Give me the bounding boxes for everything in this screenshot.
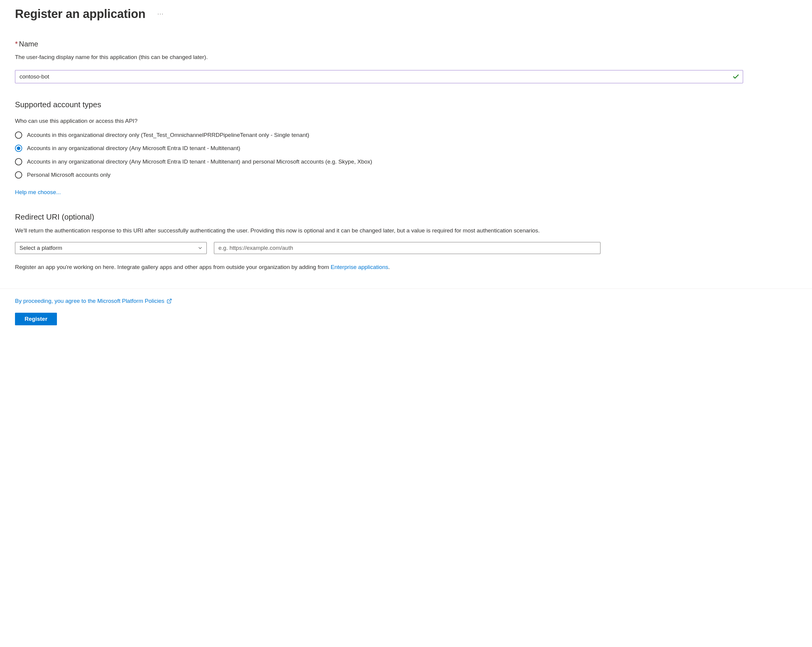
radio-option-multitenant-personal[interactable]: Accounts in any organizational directory… (15, 157, 797, 166)
required-asterisk: * (15, 40, 18, 48)
radio-option-personal-only[interactable]: Personal Microsoft accounts only (15, 171, 797, 179)
radio-option-multitenant[interactable]: Accounts in any organizational directory… (15, 144, 797, 153)
help-me-choose-link[interactable]: Help me choose... (15, 189, 61, 195)
enterprise-applications-link[interactable]: Enterprise applications (331, 264, 388, 270)
policies-link-text: By proceeding, you agree to the Microsof… (15, 298, 164, 304)
radio-indicator (15, 171, 22, 179)
radio-label: Personal Microsoft accounts only (27, 171, 111, 179)
external-link-icon (166, 298, 172, 304)
page-title: Register an application (15, 7, 146, 21)
name-label: *Name (15, 40, 797, 48)
chevron-down-icon (197, 245, 203, 251)
page-header: Register an application ··· (15, 7, 797, 21)
footer-divider (0, 288, 812, 289)
integrate-text: Register an app you're working on here. … (15, 263, 797, 272)
integrate-suffix: . (388, 264, 390, 270)
redirect-inputs-row: Select a platform (15, 242, 797, 254)
radio-option-single-tenant[interactable]: Accounts in this organizational director… (15, 131, 797, 140)
name-section: *Name The user-facing display name for t… (15, 40, 797, 83)
redirect-uri-section: Redirect URI (optional) We'll return the… (15, 212, 797, 272)
radio-label: Accounts in this organizational director… (27, 131, 309, 140)
redirect-description: We'll return the authentication response… (15, 226, 728, 235)
redirect-heading: Redirect URI (optional) (15, 212, 797, 222)
name-input[interactable] (15, 70, 743, 83)
platform-select[interactable]: Select a platform (15, 242, 207, 254)
svg-line-0 (169, 299, 171, 301)
more-actions-button[interactable]: ··· (156, 9, 165, 18)
platform-policies-link[interactable]: By proceeding, you agree to the Microsof… (15, 298, 172, 304)
radio-indicator (15, 131, 22, 139)
radio-indicator (15, 145, 22, 152)
name-input-wrapper (15, 70, 743, 83)
integrate-prefix: Register an app you're working on here. … (15, 264, 331, 270)
register-button[interactable]: Register (15, 313, 57, 325)
radio-indicator (15, 158, 22, 165)
radio-label: Accounts in any organizational directory… (27, 144, 240, 153)
name-label-text: Name (19, 40, 38, 48)
radio-inner-dot (17, 146, 20, 150)
redirect-uri-input[interactable] (214, 242, 600, 254)
radio-label: Accounts in any organizational directory… (27, 157, 372, 166)
account-types-section: Supported account types Who can use this… (15, 100, 797, 195)
account-types-question: Who can use this application or access t… (15, 118, 797, 124)
name-description: The user-facing display name for this ap… (15, 53, 797, 62)
platform-select-value: Select a platform (20, 245, 62, 251)
account-types-heading: Supported account types (15, 100, 797, 109)
account-types-radio-group: Accounts in this organizational director… (15, 131, 797, 179)
